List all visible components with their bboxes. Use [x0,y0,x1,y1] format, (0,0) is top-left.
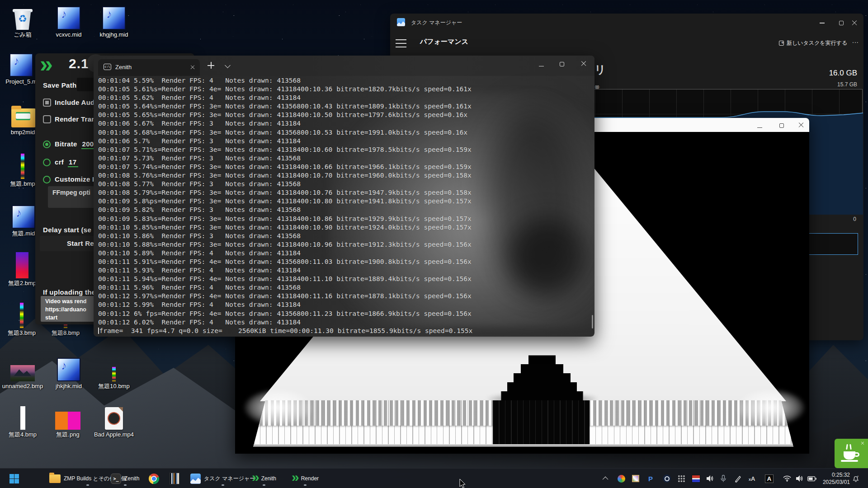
taskbar-item-zenith[interactable]: » Zenith [249,471,279,486]
terminal-line: 00:01:12 5.97%s=Render FPS: 4e= Notes dr… [98,291,591,300]
terminal-line: 00:01:11 5.93% Render FPS: 4 Notes drawn… [98,266,591,274]
desktop-icon-khgjhg-mid[interactable]: khgjhg.mid [92,4,136,38]
terminal-tab[interactable]: c:\ Zenith [98,59,200,76]
maximize-button[interactable] [560,60,564,68]
new-task-icon [779,41,784,46]
desktop-icon-label: Bad Apple.mp4 [92,431,136,438]
maximize-button[interactable] [779,122,784,130]
midi-file-icon [57,6,80,30]
tray-expand-chevron-icon[interactable] [604,474,608,483]
taskbar-item-label: タスク マネージャー [204,475,255,483]
close-button[interactable] [581,60,586,68]
bitmap-whitebar-icon [20,406,25,430]
desktop-icon-label: vcxvc.mid [47,31,90,38]
desktop-icon-label: 無題3.bmp [0,329,43,336]
wifi-icon[interactable] [783,474,791,483]
tray-grid-dots-icon[interactable] [678,474,685,483]
tray-a-app-icon[interactable]: A [765,474,774,483]
taskbar-item-terminal[interactable]: >_ Zenith [108,471,142,486]
terminal-line: 00:01:09 5.83%s=Render FPS: 3e= Notes dr… [98,214,591,223]
render-transparent-checkbox[interactable]: Render Trans [43,115,99,123]
tray-pen-icon[interactable] [734,474,742,483]
minimize-button[interactable] [757,122,762,130]
battery-icon[interactable] [807,474,816,483]
cup-handle-icon [855,452,859,457]
taskbar-item-task-manager[interactable]: タスク マネージャー [187,471,258,486]
tab-close-icon[interactable] [190,65,195,70]
desktop-icon-mudai-png[interactable]: 無題.png [46,404,90,438]
crf-radio[interactable]: crf 17 [43,158,78,167]
desktop-icon-vcxvc-mid[interactable]: vcxvc.mid [47,4,90,38]
crf-value[interactable]: 17 [68,158,78,167]
radio-icon [43,159,51,166]
tray-p-app-icon[interactable]: P [648,474,653,483]
recycle-bin-icon: ♻ [13,7,33,30]
hamburger-menu-icon[interactable] [396,39,406,47]
customize-ffmpeg-radio[interactable]: Customize FF [43,175,101,183]
keyboard-glow-right [737,389,805,426]
terminal-line: 00:01:09 5.82% Render FPS: 3 Notes drawn… [98,205,591,214]
running-indicator [222,484,224,486]
desktop-icon-recycle-bin[interactable]: ♻ ごみ箱 [1,4,44,38]
task-manager-title: タスク マネージャー [411,19,462,27]
run-new-task-button[interactable]: 新しいタスクを実行する [779,39,847,47]
clock-date: 2025/03/01 [823,479,850,486]
minimize-button[interactable] [539,60,544,68]
terminal-scrollbar-thumb[interactable] [592,315,593,328]
more-options-button[interactable]: ... [852,37,859,44]
desktop-icon-mudai4-bmp[interactable]: 無題4.bmp [1,404,44,438]
midi-file-icon [57,358,80,381]
taskbar-item-photos[interactable] [166,471,183,486]
bitmap-sliver-icon [112,367,116,381]
midi-file-icon [9,53,33,77]
start-button[interactable] [6,471,22,486]
terminal-line: 00:01:11 5.94%s=Render FPS: 4e= Notes dr… [98,274,591,283]
bitrate-radio[interactable]: Bitrate 200 [43,140,96,149]
desktop-icon-label: khgjhg.mid [92,31,136,38]
tab-dropdown-chevron-icon[interactable] [225,62,231,68]
piano-keyboard [248,400,798,447]
tray-screenshot-icon[interactable] [632,474,639,483]
include-audio-checkbox[interactable]: Include Audio [43,99,101,107]
tray-xa-app-icon[interactable]: xA [749,474,755,483]
inverted-key-section [493,400,590,447]
desktop-icon-label: ごみ箱 [1,31,44,38]
terminal-line: 00:01:05 5.64%s=Render FPS: 3e= Notes dr… [98,102,591,110]
tray-colorwheel-icon[interactable] [618,474,625,483]
desktop-icon-label: jhkjhk.mid [47,383,90,389]
zenith-render-icon: » [292,473,298,482]
bitmap-sliver-icon [20,303,24,328]
desktop-icon-bad-apple-mp4[interactable]: Bad Apple.mp4 [92,404,136,438]
terminal-line: 00:01:06 5.68%s=Render FPS: 3e= Notes dr… [98,128,591,136]
notification-bell-icon[interactable]: z [852,474,860,483]
desktop-icon-unnamed2-bmp[interactable]: unnamed2.bmp [1,355,44,389]
minimize-button[interactable] [813,17,831,29]
tray-voicemeeter-icon[interactable] [692,474,700,483]
terminal-titlebar[interactable]: c:\ Zenith [94,56,594,76]
close-button[interactable] [798,122,804,130]
taskbar-item-label: Zenith [124,475,139,482]
taskbar-item-render[interactable]: » Render [288,471,322,486]
tray-speaker-icon[interactable] [706,474,714,483]
terminal-line: 00:01:07 5.74%s=Render FPS: 3e= Notes dr… [98,162,591,171]
close-button[interactable] [845,17,863,29]
volume-icon[interactable] [796,474,804,483]
close-icon[interactable] [861,441,864,445]
terminal-line: 00:01:10 5.88%s=Render FPS: 3e= Notes dr… [98,240,591,249]
coffee-widget[interactable] [835,439,868,468]
terminal-line: 00:01:07 5.73% Render FPS: 3 Notes drawn… [98,154,591,162]
memory-axis-zero: 0 [853,216,856,222]
clock[interactable]: 0:25:32 2025/03/01 [823,471,850,486]
new-tab-button[interactable] [208,62,215,69]
desktop-icon-label: unnamed2.bmp [1,383,44,389]
taskbar-item-chrome[interactable] [146,471,162,486]
tray-microphone-icon[interactable] [721,474,726,483]
desktop-icon-jhkjhk-mid[interactable]: jhkjhk.mid [47,355,90,389]
windows-logo-icon [9,474,19,483]
terminal-line: 00:01:05 5.65%s=Render FPS: 3e= Notes dr… [98,110,591,119]
tray-steam-icon[interactable] [663,474,671,483]
desktop-icon-mudai10-bmp[interactable]: 無題10.bmp [92,355,136,389]
terminal-output[interactable]: 00:01:04 5.59% Render FPS: 4 Notes drawn… [98,76,591,335]
terminal-line: 00:01:12 6% fps=Render FPS: 4e= Notes dr… [98,309,591,318]
zenith-icon: » [252,473,258,482]
